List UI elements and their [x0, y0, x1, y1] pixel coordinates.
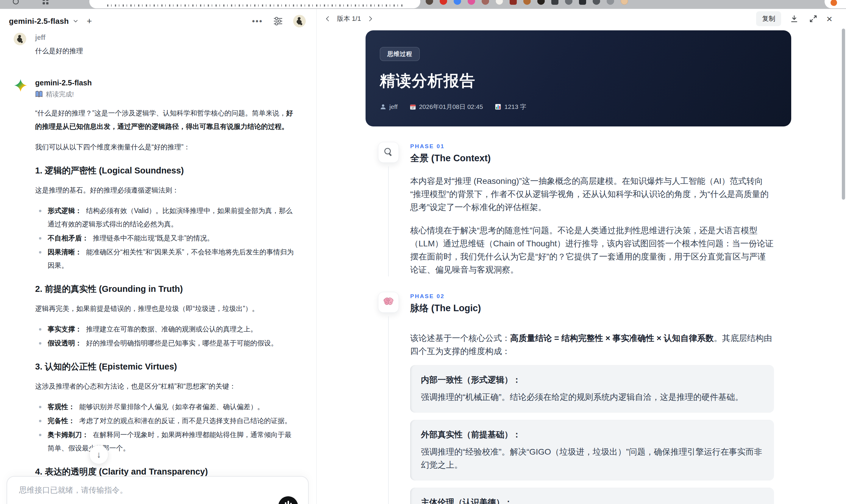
paragraph: 本内容是对“推理 (Reasoning)”这一抽象概念的高层建模。在知识爆炸与人… — [410, 175, 774, 214]
list-item: 不自相矛盾：推理链条中不能出现“既是又非”的情况。 — [35, 232, 298, 245]
svg-text:17: 17 — [411, 107, 415, 109]
close-icon[interactable]: × — [826, 14, 832, 24]
more-options-icon[interactable]: ••• — [252, 17, 263, 26]
bullet-list: 事实支撑：推理建立在可靠的数据、准确的观测或公认的真理之上。 假设透明：好的推理… — [35, 323, 298, 350]
composer-placeholder: 思维接口已就绪，请传输指令。 — [19, 485, 296, 496]
paragraph: “什么是好的推理？”这是一个涉及逻辑学、认知科学和哲学核心的问题。简单来说，好的… — [35, 107, 298, 133]
dimension-card: 外部真实性（前提基础）： 强调推理的“经验校准”。解决“GIGO（垃圾进，垃圾出… — [410, 420, 774, 481]
voice-input-button[interactable] — [278, 496, 298, 504]
hero-badge: 思维过程 — [380, 47, 420, 61]
paragraph: 我们可以从以下四个维度来衡量什么是“好的推理”： — [35, 140, 298, 154]
chat-panel: gemini-2.5-flash + ••• — [0, 9, 317, 504]
report-toolbar: 版本 1/1 复制 × — [317, 9, 846, 29]
chevron-down-icon[interactable] — [72, 18, 79, 24]
user-message: jeff 什么是好的推理 — [14, 33, 298, 57]
copy-button[interactable]: 复制 — [756, 11, 781, 26]
browser-app-icon[interactable] — [830, 0, 838, 6]
list-item: 奥卡姆剃刀：在解释同一个现象时，如果两种推理都能站得住脚，通常倾向于最简单、假设… — [35, 428, 298, 455]
extension-icon[interactable] — [551, 0, 559, 5]
extension-icon[interactable] — [496, 0, 503, 5]
extension-icon[interactable] — [579, 0, 586, 5]
section-lead: 这涉及推理者的心态和方法论，也是区分“杠精”和“思想家”的关键： — [35, 380, 298, 393]
timeline-line — [388, 166, 389, 276]
extension-icon[interactable] — [454, 0, 461, 5]
extension-icon[interactable] — [593, 0, 600, 5]
new-chat-button[interactable]: + — [87, 17, 92, 25]
status-text: 精读完成! — [46, 90, 74, 99]
paragraph: 该论述基于一个核心公式：高质量结论 = 结构完整性 × 事实准确性 × 认知自律… — [410, 332, 774, 358]
message-composer[interactable]: 思维接口已就绪，请传输指令。 + — [6, 476, 309, 504]
extension-icon[interactable] — [426, 0, 433, 5]
paragraph: 核心情境在于解决“思考的随意性”问题。不论是人类通过批判性思维进行决策，还是大语… — [410, 224, 774, 276]
extension-icon[interactable] — [607, 0, 614, 5]
phase-label: PHASE 02 — [410, 293, 774, 300]
bullet-list: 客观性：能够识别并尽量排除个人偏见（如幸存者偏差、确认偏差）。 完备性：考虑了对… — [35, 400, 298, 455]
phase-rail — [378, 292, 399, 504]
bullet-list: 形式逻辑：结构必须有效（Valid）。比如演绎推理中，如果前提全部为真，那么通过… — [35, 204, 298, 272]
extension-icon[interactable] — [537, 0, 545, 5]
report-hero-card: 思维过程 精读分析报告 jeff 17 — [366, 30, 791, 126]
user-avatar — [14, 33, 26, 45]
section-heading: 3. 认知的公正性 (Epistemic Virtues) — [35, 361, 298, 373]
extension-icon[interactable] — [523, 0, 531, 5]
download-icon[interactable] — [788, 13, 800, 25]
address-bar[interactable] — [89, 0, 420, 8]
version-navigator: 版本 1/1 — [323, 14, 375, 23]
message-text: 什么是好的推理 — [35, 44, 298, 57]
app-window: gemini-2.5-flash + ••• — [0, 9, 846, 504]
assistant-response: “什么是好的推理？”这是一个涉及逻辑学、认知科学和哲学核心的问题。简单来说，好的… — [35, 107, 298, 504]
expand-icon[interactable] — [807, 13, 819, 25]
brain-icon — [378, 292, 399, 313]
scroll-to-bottom-button[interactable]: ↓ — [89, 445, 108, 464]
phase-section-context: PHASE 01 全景 (The Context) 本内容是对“推理 (Reas… — [366, 142, 791, 276]
profile-avatar[interactable] — [621, 0, 628, 5]
phase-rail — [378, 142, 399, 276]
dimension-card: 主体伦理（认识美德）： 转向推理者的心理特征。引入奥卡姆剃刀和反向论证，旨在克服… — [410, 488, 774, 504]
section-heading: 2. 前提的真实性 (Grounding in Truth) — [35, 283, 298, 295]
list-item: 完备性：考虑了对立的观点和潜在的反证，而不是只选择支持自己结论的证据。 — [35, 414, 298, 428]
extension-icon[interactable] — [468, 0, 475, 5]
list-item: 客观性：能够识别并尽量排除个人偏见（如幸存者偏差、确认偏差）。 — [35, 400, 298, 414]
user-avatar[interactable] — [293, 15, 306, 28]
list-item: 形式逻辑：结构必须有效（Valid）。比如演绎推理中，如果前提全部为真，那么通过… — [35, 204, 298, 231]
address-text-clipped — [107, 4, 403, 6]
bar-chart-icon — [495, 104, 501, 110]
dimension-text: 强调推理的“经验校准”。解决“GIGO（垃圾进，垃圾出）”问题，确保推理引擎运行… — [421, 445, 763, 472]
report-content: 思维过程 精读分析报告 jeff 17 — [317, 29, 846, 504]
model-selector[interactable]: gemini-2.5-flash — [9, 17, 69, 26]
chat-header: gemini-2.5-flash + ••• — [0, 9, 316, 31]
assistant-message: gemini-2.5-flash 精读完成! “什么是好的推理？”这是一个涉及逻… — [14, 78, 298, 504]
dimension-text: 强调推理的“机械正确”。结论必须在给定的规则系统内逻辑自洽，这是推理的硬件基础。 — [421, 391, 763, 404]
date-meta: 17 2026年01月08日 02:45 — [410, 103, 483, 111]
author-meta: jeff — [380, 103, 398, 110]
list-item: 事实支撑：推理建立在可靠的数据、准确的观测或公认的真理之上。 — [35, 323, 298, 336]
phase-title: 脉络 (The Logic) — [410, 302, 774, 314]
extension-icon[interactable] — [482, 0, 489, 5]
list-item: 假设透明：好的推理会明确指明哪些是已知事实，哪些是基于可能的假设。 — [35, 337, 298, 350]
chevron-left-icon[interactable] — [323, 14, 332, 23]
settings-sliders-icon[interactable] — [272, 16, 284, 27]
extension-icon[interactable] — [565, 0, 572, 5]
section-heading: 4. 表达的透明度 (Clarity and Transparency) — [35, 466, 298, 478]
dimension-title: 主体伦理（认识美德）： — [421, 497, 763, 504]
message-author: gemini-2.5-flash — [35, 78, 298, 88]
extension-icon[interactable] — [440, 0, 447, 5]
chat-message-list: jeff 什么是好的推理 gemini-2.5-flash — [0, 31, 316, 504]
scrollbar-thumb[interactable] — [842, 29, 845, 200]
status-line: 精读完成! — [35, 90, 298, 99]
book-icon — [35, 91, 43, 98]
timeline-line — [388, 316, 389, 504]
browser-reload-icon[interactable] — [12, 0, 20, 5]
extension-icon[interactable] — [510, 0, 517, 5]
report-title: 精读分析报告 — [380, 71, 777, 91]
report-panel: 版本 1/1 复制 × — [317, 9, 846, 504]
browser-toolbar — [0, 0, 846, 9]
arrow-down-icon: ↓ — [97, 450, 101, 460]
list-item: 因果清晰：能准确区分“相关性”和“因果关系”，不会轻率地将先后发生的事情归为因果… — [35, 246, 298, 272]
chevron-right-icon[interactable] — [366, 14, 375, 23]
phase-label: PHASE 01 — [410, 143, 774, 150]
message-author: jeff — [35, 33, 298, 42]
section-heading: 1. 逻辑的严密性 (Logical Soundness) — [35, 164, 298, 176]
browser-grid-icon[interactable] — [42, 0, 49, 5]
gemini-star-icon — [14, 78, 35, 504]
